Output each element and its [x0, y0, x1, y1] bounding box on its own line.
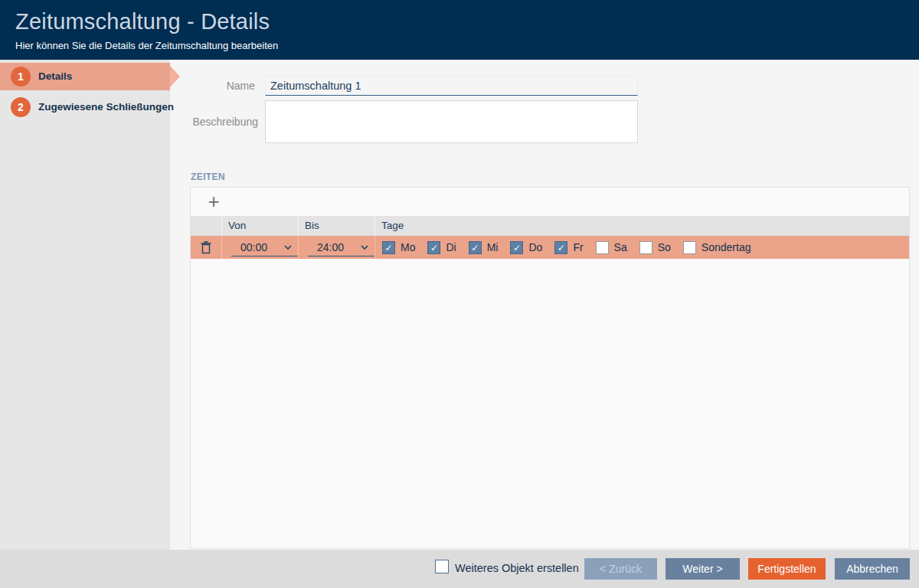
step-number-badge: 2 — [11, 97, 31, 117]
checkbox-checked-icon[interactable]: ✓ — [427, 241, 440, 254]
day-checkbox-sa[interactable]: Sa — [596, 241, 627, 254]
page-subtitle: Hier können Sie die Details der Zeitumsc… — [15, 40, 278, 51]
page-title: Zeitumschaltung - Details — [15, 9, 270, 34]
checkbox-unchecked[interactable] — [596, 241, 609, 254]
bis-time-dropdown[interactable]: 24:00 — [308, 238, 374, 256]
plus-icon: + — [208, 190, 219, 213]
description-textarea[interactable] — [265, 100, 638, 143]
chevron-down-icon — [360, 244, 369, 250]
description-label: Beschreibung — [182, 116, 258, 128]
column-header-actions — [191, 216, 222, 236]
von-time-value: 00:00 — [240, 241, 267, 253]
wizard-step-sidebar: 1 Details 2 Zugewiesene Schließungen — [0, 60, 170, 550]
header: Zeitumschaltung - Details Hier können Si… — [0, 0, 919, 60]
chevron-down-icon — [283, 244, 293, 250]
day-label: Do — [528, 241, 542, 253]
back-button[interactable]: < Zurück — [584, 558, 657, 580]
day-label: So — [658, 241, 671, 253]
day-checkbox-fr[interactable]: ✓Fr — [554, 241, 583, 254]
day-label: Fr — [573, 241, 583, 253]
add-time-row-button[interactable]: + — [201, 189, 226, 214]
times-table-header: Von Bis Tage — [191, 216, 909, 236]
days-list: ✓Mo✓Di✓Mi✓Do✓FrSaSoSondertag — [375, 241, 751, 254]
day-checkbox-mo[interactable]: ✓Mo — [382, 241, 415, 254]
day-label: Mi — [487, 241, 499, 253]
von-time-dropdown[interactable]: 00:00 — [231, 238, 298, 256]
sidebar-item-label: Details — [38, 63, 72, 90]
times-section-label: ZEITEN — [191, 172, 225, 182]
column-header-tage: Tage — [375, 216, 909, 236]
times-toolbar: + — [191, 188, 909, 216]
sidebar-item-label: Zugewiesene Schließungen — [38, 93, 174, 121]
checkbox-checked-icon[interactable]: ✓ — [510, 241, 523, 254]
day-label: Mo — [401, 241, 415, 253]
name-label: Name — [178, 80, 255, 92]
column-header-bis: Bis — [299, 216, 375, 236]
sidebar-item-details[interactable]: 1 Details — [0, 63, 170, 90]
day-checkbox-mi[interactable]: ✓Mi — [469, 241, 499, 254]
next-button[interactable]: Weiter > — [666, 558, 740, 580]
times-table: + Von Bis Tage 00:00 — [190, 187, 910, 549]
zeitumschaltung-details-dialog: Zeitumschaltung - Details Hier können Si… — [0, 0, 919, 588]
create-another-checkbox[interactable] — [435, 560, 449, 573]
step-number-badge: 1 — [11, 67, 31, 87]
bis-time-value: 24:00 — [317, 241, 344, 253]
column-header-von: Von — [222, 216, 299, 236]
time-row: 00:00 24:00 ✓Mo✓Di✓Mi✓Do✓FrSaSoSondertag — [191, 236, 909, 259]
checkbox-unchecked[interactable] — [683, 241, 696, 254]
checkbox-checked-icon[interactable]: ✓ — [469, 241, 482, 254]
checkbox-unchecked[interactable] — [639, 241, 652, 254]
delete-row-button[interactable] — [197, 238, 215, 256]
day-label: Sa — [614, 241, 627, 253]
create-another-label[interactable]: Weiteres Objekt erstellen — [455, 550, 579, 588]
day-checkbox-di[interactable]: ✓Di — [427, 241, 456, 254]
day-checkbox-sondertag[interactable]: Sondertag — [683, 241, 751, 254]
day-label: Di — [446, 241, 456, 253]
name-input[interactable] — [265, 76, 638, 96]
sidebar-item-zugewiesene-schliessungen[interactable]: 2 Zugewiesene Schließungen — [0, 93, 170, 121]
day-label: Sondertag — [702, 241, 751, 253]
finish-button[interactable]: Fertigstellen — [748, 558, 826, 580]
day-checkbox-do[interactable]: ✓Do — [510, 241, 542, 254]
checkbox-checked-icon[interactable]: ✓ — [554, 241, 567, 254]
cancel-button[interactable]: Abbrechen — [835, 558, 910, 580]
day-checkbox-so[interactable]: So — [639, 241, 671, 254]
trash-icon — [201, 241, 211, 254]
checkbox-checked-icon[interactable]: ✓ — [382, 241, 395, 254]
